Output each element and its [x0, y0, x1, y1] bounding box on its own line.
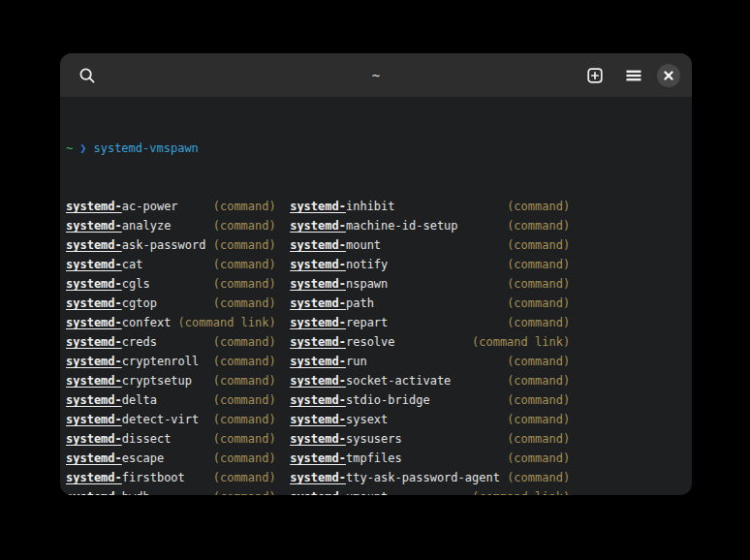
completion-item-kind: (command link)	[472, 487, 570, 495]
completion-item-kind: (command)	[213, 410, 276, 429]
menu-icon	[625, 67, 642, 84]
prompt-symbol: ❯	[79, 139, 86, 158]
menu-button[interactable]	[618, 60, 649, 91]
completion-item: systemd-cgtop(command)	[66, 294, 276, 313]
completion-item: systemd-firstboot(command)	[66, 468, 276, 487]
completion-item: systemd-nspawn(command)	[290, 274, 570, 294]
search-button[interactable]	[72, 60, 103, 91]
completion-item-kind: (command)	[213, 352, 276, 371]
completion-item: systemd-dissect(command)	[66, 429, 276, 449]
close-button[interactable]	[657, 64, 680, 87]
completion-item: systemd-creds(command)	[66, 332, 276, 352]
completion-item: systemd-delta(command)	[66, 390, 276, 410]
search-icon	[78, 67, 96, 84]
completion-item: systemd-cat(command)	[66, 255, 276, 274]
prompt-line: ~ ❯ systemd-vmspawn	[66, 139, 692, 158]
completion-item: systemd-path(command)	[290, 294, 570, 313]
completion-item: systemd-run(command)	[290, 352, 570, 371]
titlebar[interactable]: ~	[60, 53, 692, 97]
completion-item: systemd-repart(command)	[290, 313, 570, 332]
completion-item-kind: (command)	[213, 390, 276, 410]
completion-item-kind: (command)	[213, 197, 276, 216]
completion-item-kind: (command link)	[178, 313, 276, 332]
completion-item-kind: (command)	[213, 235, 276, 255]
completion-item-kind: (command)	[507, 371, 570, 390]
completion-item: systemd-socket-activate(command)	[290, 371, 570, 390]
completion-item-kind: (command)	[507, 294, 570, 313]
completion-item-kind: (command)	[213, 449, 276, 468]
prompt-cwd: ~	[66, 139, 73, 158]
completion-item: systemd-machine-id-setup(command)	[290, 216, 570, 235]
completion-item: systemd-resolve(command link)	[290, 332, 570, 352]
completion-item-kind: (command)	[213, 487, 276, 495]
completion-item: systemd-sysusers(command)	[290, 429, 570, 449]
close-icon	[664, 71, 673, 80]
completion-item-kind: (command)	[507, 390, 570, 410]
completion-item-kind: (command)	[507, 255, 570, 274]
completion-item: systemd-tty-ask-password-agent(command)	[290, 468, 570, 487]
completion-item-kind: (command)	[213, 294, 276, 313]
completion-item: systemd-sysext(command)	[290, 410, 570, 429]
completion-item: systemd-inhibit(command)	[290, 197, 570, 216]
completion-item: systemd-hwdb(command)	[66, 487, 276, 495]
completion-item-kind: (command)	[507, 410, 570, 429]
completion-item-kind: (command)	[507, 216, 570, 235]
completion-item-kind: (command)	[213, 371, 276, 390]
completion-item: systemd-cryptsetup(command)	[66, 371, 276, 390]
completion-item-kind: (command)	[213, 332, 276, 352]
completion-item: systemd-stdio-bridge(command)	[290, 390, 570, 410]
completion-item-kind: (command)	[213, 255, 276, 274]
new-tab-icon	[586, 67, 604, 84]
completion-item: systemd-notify(command)	[290, 255, 570, 274]
completion-item: systemd-cryptenroll(command)	[66, 352, 276, 371]
completion-item: systemd-analyze(command)	[66, 216, 276, 235]
completion-item-kind: (command)	[507, 274, 570, 294]
command-input: systemd-vmspawn	[93, 139, 198, 158]
completion-item-kind: (command)	[507, 449, 570, 468]
window-title: ~	[372, 68, 380, 83]
completion-item: systemd-detect-virt(command)	[66, 410, 276, 429]
terminal-screen[interactable]: ~ ❯ systemd-vmspawn systemd-ac-power(com…	[60, 97, 692, 495]
completion-item-kind: (command link)	[472, 332, 570, 352]
completion-item-kind: (command)	[213, 429, 276, 449]
completion-item: systemd-escape(command)	[66, 449, 276, 468]
completion-item-kind: (command)	[507, 468, 570, 487]
completion-item-kind: (command)	[507, 352, 570, 371]
completion-item: systemd-umount(command link)	[290, 487, 570, 495]
completion-item: systemd-ask-password(command)	[66, 235, 276, 255]
completion-item-kind: (command)	[213, 468, 276, 487]
completion-item-kind: (command)	[507, 313, 570, 332]
completion-item-kind: (command)	[507, 429, 570, 449]
new-tab-button[interactable]	[579, 60, 610, 91]
completion-item-kind: (command)	[507, 197, 570, 216]
terminal-window: ~	[60, 53, 692, 495]
completion-item: systemd-cgls(command)	[66, 274, 276, 294]
completion-item-kind: (command)	[213, 274, 276, 294]
completion-item: systemd-tmpfiles(command)	[290, 449, 570, 468]
completion-item-kind: (command)	[213, 216, 276, 235]
completion-item: systemd-mount(command)	[290, 235, 570, 255]
completion-item: systemd-confext(command link)	[66, 313, 276, 332]
completion-item-kind: (command)	[507, 235, 570, 255]
completion-item: systemd-ac-power(command)	[66, 197, 276, 216]
titlebar-actions	[579, 60, 680, 91]
completion-list: systemd-ac-power(command)systemd-analyze…	[66, 197, 692, 495]
